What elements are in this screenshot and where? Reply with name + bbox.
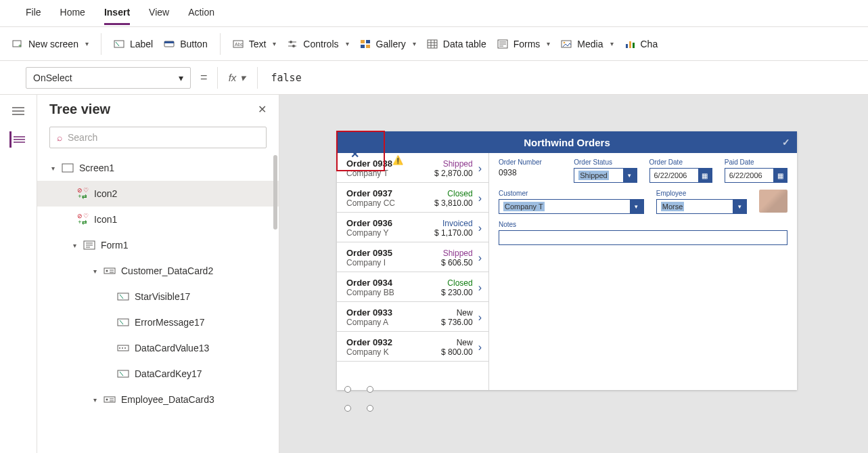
app-preview: Northwind Orders ✓ ⚠️Order 0938Company T…: [337, 131, 797, 390]
tree-node-form1[interactable]: ▾ Form1: [37, 232, 279, 258]
orderdate-label: Order Date: [649, 158, 712, 166]
media-menu[interactable]: Media ▾: [561, 39, 613, 49]
menu-view[interactable]: View: [149, 4, 169, 23]
paiddate-picker[interactable]: 6/22/2006▦: [725, 168, 787, 183]
resize-handle[interactable]: [367, 386, 373, 393]
property-selector[interactable]: OnSelect ▾: [26, 67, 191, 89]
treeview-rail-icon[interactable]: [9, 131, 26, 148]
node-label: StarVisible17: [135, 291, 190, 302]
hamburger-icon[interactable]: [10, 103, 26, 119]
order-id: Order 0932: [346, 337, 424, 347]
order-form: Order Number 0938 Order Status Shipped▾ …: [489, 153, 797, 390]
button-button[interactable]: Button: [164, 39, 207, 49]
resize-handle[interactable]: [344, 386, 351, 393]
chevron-right-icon[interactable]: ›: [478, 282, 482, 294]
company-name: Company CC: [346, 198, 424, 208]
chevron-right-icon[interactable]: ›: [478, 311, 482, 324]
chevron-right-icon[interactable]: ›: [478, 163, 482, 175]
order-status: Shipped: [424, 249, 473, 258]
order-amount: $ 736.00: [424, 318, 473, 327]
gallery-label: Gallery: [376, 39, 406, 49]
chevron-right-icon[interactable]: ›: [478, 341, 482, 353]
chevron-down-icon: ▾: [346, 40, 349, 47]
text-menu[interactable]: Abc Text ▾: [233, 39, 277, 49]
formula-bar: OnSelect ▾ = fx ▾ false: [0, 61, 868, 95]
tree-node-datacardkey[interactable]: DataCardKey17: [37, 361, 279, 387]
menu-home[interactable]: Home: [60, 4, 85, 23]
design-canvas[interactable]: Northwind Orders ✓ ⚠️Order 0938Company T…: [279, 95, 868, 453]
node-label: Icon1: [94, 214, 117, 225]
tree-node-screen1[interactable]: ▾ Screen1: [37, 155, 279, 181]
order-status: Invoiced: [424, 219, 473, 228]
fx-button[interactable]: fx ▾: [217, 67, 258, 89]
label-button[interactable]: Label: [114, 39, 153, 49]
chevron-down-icon: ▾: [179, 72, 183, 83]
chevron-right-icon[interactable]: ›: [478, 192, 482, 204]
chevron-down-icon: ▾: [623, 169, 637, 182]
tree-node-datacardvalue[interactable]: DataCardValue13: [37, 335, 279, 361]
ordernum-label: Order Number: [499, 158, 562, 166]
customer-dropdown[interactable]: Company T▾: [499, 199, 644, 214]
svg-line-43: [120, 295, 123, 299]
gallery-item[interactable]: Order 0936Company YInvoiced$ 1,170.00›: [337, 213, 488, 242]
menu-insert[interactable]: Insert: [104, 4, 130, 25]
gallery-item[interactable]: Order 0934Company BBClosed$ 230.00›: [337, 272, 488, 302]
caret-down-icon: ▾: [91, 396, 98, 404]
chevron-right-icon[interactable]: ›: [478, 252, 482, 264]
tree-node-starvisible[interactable]: StarVisible17: [37, 284, 279, 309]
charts-menu[interactable]: Cha: [624, 39, 658, 49]
order-gallery[interactable]: ⚠️Order 0938Company TShipped$ 2,870.00›O…: [337, 153, 489, 390]
order-id: Order 0937: [346, 188, 424, 198]
orderdate-picker[interactable]: 6/22/2006▦: [649, 168, 712, 183]
gallery-item[interactable]: ⚠️Order 0938Company TShipped$ 2,870.00›: [337, 153, 488, 183]
label-text: Label: [130, 39, 153, 49]
svg-point-10: [290, 41, 292, 43]
menu-action[interactable]: Action: [188, 4, 214, 23]
datacard-icon: [104, 395, 116, 404]
label-icon: [117, 318, 129, 327]
menu-file[interactable]: File: [26, 4, 41, 23]
svg-rect-16: [428, 40, 437, 48]
tree-node-icon1[interactable]: ⊘♡+⇄ Icon1: [37, 207, 279, 232]
caret-down-icon: ▾: [91, 267, 98, 275]
chevron-right-icon[interactable]: ›: [478, 222, 482, 234]
tree-view-pane: Tree view ✕ ⌕ Search ▾ Screen1 ⊘♡+⇄ Icon…: [37, 95, 279, 453]
status-dropdown[interactable]: Shipped▾: [574, 168, 637, 183]
property-name: OnSelect: [33, 72, 72, 83]
chevron-down-icon: ▾: [547, 40, 550, 47]
tree-node-employee-datacard[interactable]: ▾ Employee_DataCard3: [37, 387, 279, 412]
chart-icon: [624, 39, 635, 49]
text-icon: Abc: [233, 39, 244, 49]
notes-input[interactable]: [499, 230, 787, 245]
gallery-item[interactable]: Order 0932Company KNew$ 800.00›: [337, 332, 488, 362]
datatable-button[interactable]: Data table: [427, 39, 486, 49]
gallery-item[interactable]: Order 0933Company ANew$ 736.00›: [337, 302, 488, 332]
cancel-x-icon[interactable]: ✕: [350, 148, 359, 160]
resize-handle[interactable]: [367, 405, 373, 412]
app-title-bar: Northwind Orders ✓: [337, 131, 797, 153]
gallery-menu[interactable]: Gallery ▾: [360, 39, 416, 49]
company-name: Company I: [346, 258, 424, 267]
resize-handle[interactable]: [344, 405, 351, 412]
close-icon[interactable]: ✕: [258, 103, 267, 116]
controls-menu[interactable]: Controls ▾: [287, 39, 348, 49]
formula-input[interactable]: false: [265, 72, 842, 84]
tree-node-icon2[interactable]: ⊘♡+⇄ Icon2: [37, 181, 279, 207]
svg-rect-52: [104, 397, 115, 402]
svg-rect-2: [114, 41, 124, 47]
scrollbar-thumb[interactable]: [273, 155, 277, 230]
chevron-down-icon: ▾: [413, 40, 416, 47]
forms-menu[interactable]: Forms ▾: [497, 39, 551, 49]
calendar-icon: ▦: [698, 169, 712, 182]
new-screen-button[interactable]: + New screen ▾: [12, 39, 89, 49]
gallery-item[interactable]: Order 0937Company CCClosed$ 3,810.00›: [337, 183, 488, 213]
tree-node-customer-datacard[interactable]: ▾ Customer_DataCard2: [37, 258, 279, 284]
svg-rect-15: [366, 45, 370, 48]
employee-dropdown[interactable]: Morse▾: [656, 199, 747, 214]
checkmark-icon[interactable]: ✓: [782, 137, 790, 148]
company-name: Company A: [346, 318, 424, 327]
search-input[interactable]: ⌕ Search: [49, 127, 267, 148]
tree-node-errormessage[interactable]: ErrorMessage17: [37, 309, 279, 335]
app-title: Northwind Orders: [524, 137, 610, 148]
gallery-item[interactable]: Order 0935Company IShipped$ 606.50›: [337, 242, 488, 272]
